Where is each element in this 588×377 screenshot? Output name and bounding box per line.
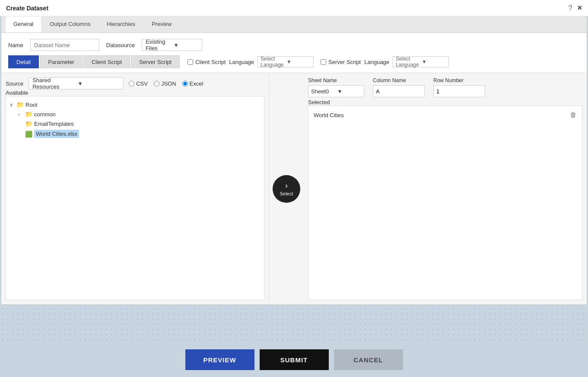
client-script-group: Client Script Language Select Language ▼ [188, 56, 314, 67]
file-tree: ∨ 📁 Root › 📁 common › [6, 96, 264, 300]
sheet-name-dropdown[interactable]: Sheet0 ▼ [308, 85, 364, 97]
common-folder-icon: 📁 [25, 111, 32, 118]
sub-tab-detail[interactable]: Detail [8, 55, 39, 68]
tree-common[interactable]: › 📁 common [18, 109, 261, 119]
json-label: JSON [161, 80, 176, 87]
datasource-label: Datasource [106, 42, 135, 48]
server-script-label: Server Script [328, 59, 361, 65]
close-icon[interactable]: × [577, 3, 582, 13]
email-folder-icon: 📁 [25, 120, 32, 127]
server-script-checkbox-label[interactable]: Server Script [321, 59, 361, 65]
excel-headers-row: Sheet Name Sheet0 ▼ Column Name Row Numb… [308, 77, 582, 97]
selected-label: Selected [308, 99, 582, 105]
client-script-checkbox-label[interactable]: Client Script [188, 59, 226, 65]
dialog-title: Create Dataset [6, 5, 48, 12]
tab-preview[interactable]: Preview [144, 16, 179, 32]
csv-label: CSV [136, 80, 148, 87]
source-value: Shared Resources [32, 77, 75, 90]
form-area: Name Datasource Existing Files ▼ Detail … [1, 33, 587, 73]
dialog-body: General Output Columns Hierarchies Previ… [1, 16, 587, 305]
source-arrow-icon: ▼ [77, 80, 120, 87]
source-dropdown[interactable]: Shared Resources ▼ [29, 77, 124, 89]
title-bar-icons: ? × [569, 3, 582, 13]
source-label: Source [6, 80, 23, 87]
json-radio-label[interactable]: JSON [154, 80, 176, 87]
help-icon[interactable]: ? [569, 4, 572, 12]
name-input[interactable] [30, 39, 99, 51]
client-language-label: Language [229, 59, 254, 65]
column-name-input[interactable] [373, 85, 425, 97]
title-bar: Create Dataset ? × [0, 0, 588, 16]
sub-tab-client-script[interactable]: Client Script [83, 55, 130, 68]
left-pane: Source Shared Resources ▼ CSV JSON [1, 73, 269, 304]
root-label: Root [25, 102, 37, 108]
submit-button[interactable]: SUBMIT [260, 349, 329, 370]
main-content-row: Source Shared Resources ▼ CSV JSON [1, 73, 587, 304]
selected-item: World Cities 🗑 [312, 109, 578, 121]
client-script-checkbox[interactable] [188, 59, 193, 65]
server-lang-arrow-icon: ▼ [422, 59, 446, 65]
middle-select-area: › Select [269, 73, 304, 304]
tree-world-cities[interactable]: › 🟩 World Cities.xlsx [18, 128, 261, 139]
server-script-checkbox[interactable] [321, 59, 326, 65]
csv-radio[interactable] [129, 81, 134, 86]
tree-email-templates[interactable]: › 📁 EmailTemplates [18, 119, 261, 128]
csv-radio-label[interactable]: CSV [129, 80, 148, 87]
excel-label: Excel [190, 80, 203, 87]
sub-tab-server-script[interactable]: Server Script [131, 55, 180, 68]
selected-list: World Cities 🗑 [308, 105, 582, 300]
sheet-name-value: Sheet0 [311, 88, 335, 95]
row-number-input[interactable] [433, 85, 485, 97]
bottom-bar: PREVIEW SUBMIT CANCEL [0, 342, 588, 377]
datasource-dropdown[interactable]: Existing Files ▼ [142, 39, 202, 51]
server-language-dropdown[interactable]: Select Language ▼ [393, 56, 449, 67]
preview-button[interactable]: PREVIEW [185, 349, 254, 370]
client-language-value: Select Language [261, 56, 285, 68]
select-button[interactable]: › Select [273, 175, 300, 203]
cancel-button[interactable]: CANCEL [334, 349, 403, 370]
root-folder-icon: 📁 [16, 101, 24, 108]
file-type-radio-group: CSV JSON Excel [129, 80, 203, 87]
common-chevron-icon: › [18, 112, 23, 117]
client-lang-arrow-icon: ▼ [286, 59, 311, 65]
world-cities-label: World Cities.xlsx [34, 130, 79, 138]
xlsx-file-icon: 🟩 [25, 131, 32, 137]
sub-tab-parameter[interactable]: Parameter [40, 55, 83, 68]
server-script-group: Server Script Language Select Language ▼ [321, 56, 449, 67]
root-chevron-icon: ∨ [10, 102, 15, 108]
excel-radio[interactable] [182, 81, 188, 86]
source-row: Source Shared Resources ▼ CSV JSON [6, 77, 264, 89]
tab-general[interactable]: General [6, 16, 41, 32]
sheet-name-group: Sheet Name Sheet0 ▼ [308, 77, 364, 97]
datasource-value: Existing Files [146, 38, 171, 51]
tree-root[interactable]: ∨ 📁 Root [10, 100, 261, 109]
select-button-label: Select [280, 191, 293, 196]
delete-item-icon[interactable]: 🗑 [570, 111, 577, 119]
root-children: › 📁 common › 📁 EmailTemplates › [10, 109, 261, 139]
row-number-group: Row Number [433, 77, 485, 97]
column-name-group: Column Name [373, 77, 425, 97]
client-language-dropdown[interactable]: Select Language ▼ [257, 56, 314, 67]
name-label: Name [8, 42, 23, 48]
column-name-label: Column Name [373, 77, 425, 83]
main-tabs: General Output Columns Hierarchies Previ… [1, 16, 587, 33]
selected-item-name: World Cities [314, 112, 344, 118]
client-script-label: Client Script [195, 59, 226, 65]
select-arrow-icon: › [285, 181, 288, 190]
name-datasource-row: Name Datasource Existing Files ▼ [8, 39, 580, 51]
available-label: Available [6, 89, 264, 96]
email-label: EmailTemplates [34, 121, 74, 127]
row-number-label: Row Number [433, 77, 485, 83]
sheet-arrow-icon: ▼ [337, 88, 361, 95]
datasource-arrow-icon: ▼ [173, 42, 198, 48]
excel-radio-label[interactable]: Excel [182, 80, 203, 87]
tab-output-columns[interactable]: Output Columns [42, 16, 98, 32]
sub-tabs-row: Detail Parameter Client Script Server Sc… [8, 55, 580, 68]
json-radio[interactable] [154, 81, 159, 86]
server-language-value: Select Language [396, 56, 420, 68]
common-label: common [34, 111, 56, 118]
sheet-name-label: Sheet Name [308, 77, 364, 83]
right-pane: Sheet Name Sheet0 ▼ Column Name Row Numb… [304, 73, 587, 304]
server-language-label: Language [364, 59, 389, 65]
tab-hierarchies[interactable]: Hierarchies [99, 16, 143, 32]
